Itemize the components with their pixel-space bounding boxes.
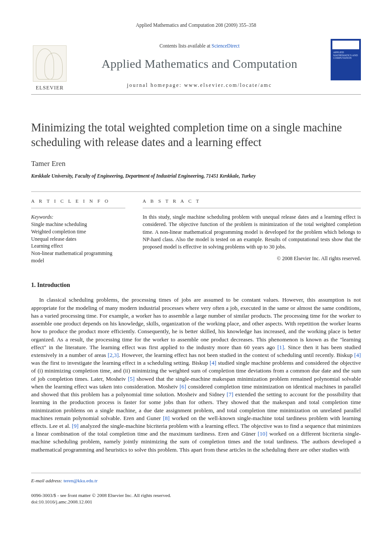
article-info-heading: A R T I C L E I N F O	[31, 198, 125, 208]
keyword-item: Single machine scheduling	[31, 221, 125, 228]
elsevier-tree-icon	[33, 45, 67, 82]
article-meta-row: A R T I C L E I N F O Keywords: Single m…	[31, 191, 361, 264]
keyword-item: Learning effect	[31, 242, 125, 250]
keyword-item: Weighted completion time	[31, 228, 125, 236]
keywords-label: Keywords:	[31, 213, 125, 221]
abstract-body: In this study, single machine scheduling…	[143, 213, 361, 251]
cover-thumb-text: APPLIED MATHEMATICS AND COMPUTATION	[333, 51, 358, 60]
citation-ref[interactable]: [10]	[258, 430, 267, 437]
keywords-list: Single machine scheduling Weighted compl…	[31, 221, 125, 264]
publisher-logo-column: ELSEVIER	[31, 37, 71, 94]
contents-available-line: Contents lists available at ScienceDirec…	[75, 42, 324, 49]
introduction-paragraph: In classical scheduling problems, the pr…	[31, 296, 361, 453]
journal-masthead: ELSEVIER Contents lists available at Sci…	[31, 37, 361, 95]
abstract-heading: A B S T R A C T	[143, 198, 361, 208]
journal-cover-thumbnail: APPLIED MATHEMATICS AND COMPUTATION	[331, 39, 361, 80]
journal-name: Applied Mathematics and Computation	[75, 55, 324, 72]
article-title: Minimizing the total weighted completion…	[31, 121, 361, 150]
citation-ref[interactable]: [6]	[179, 383, 186, 390]
author-email-link[interactable]: teren@kku.edu.tr	[64, 478, 98, 483]
contents-prefix: Contents lists available at	[159, 43, 212, 48]
email-label: E-mail address:	[31, 478, 62, 483]
article-info-column: A R T I C L E I N F O Keywords: Single m…	[31, 198, 125, 264]
article-footer: E-mail address: teren@kku.edu.tr	[31, 473, 361, 484]
author-name: Tamer Eren	[31, 159, 361, 169]
running-header: Applied Mathematics and Computation 208 …	[31, 22, 361, 29]
abstract-copyright: © 2008 Elsevier Inc. All rights reserved…	[143, 255, 361, 262]
sciencedirect-link[interactable]: ScienceDirect	[212, 43, 240, 48]
citation-ref[interactable]: [7]	[227, 391, 233, 398]
doi-line: doi:10.1016/j.amc.2008.12.001	[31, 499, 361, 506]
front-matter-block: 0096-3003/$ - see front matter © 2008 El…	[31, 492, 361, 506]
publisher-wordmark: ELSEVIER	[36, 84, 64, 92]
citation-ref[interactable]: [4]	[210, 360, 216, 366]
author-affiliation: Kırıkkale University, Faculty of Enginee…	[31, 172, 361, 179]
citation-ref[interactable]: [8]	[163, 415, 169, 421]
citation-ref[interactable]: [4]	[354, 352, 361, 358]
section-heading-introduction: 1. Introduction	[31, 281, 361, 290]
issn-line: 0096-3003/$ - see front matter © 2008 El…	[31, 492, 361, 499]
citation-ref[interactable]: [1]	[277, 344, 284, 350]
journal-cover-column: APPLIED MATHEMATICS AND COMPUTATION	[328, 37, 361, 94]
citation-ref[interactable]: [2,3]	[108, 352, 118, 358]
citation-ref[interactable]: [9]	[72, 423, 78, 429]
abstract-column: A B S T R A C T In this study, single ma…	[143, 198, 361, 264]
journal-homepage-line: journal homepage: www.elsevier.com/locat…	[75, 82, 324, 89]
keyword-item: Non-linear mathematical programming mode…	[31, 250, 125, 264]
citation-ref[interactable]: [5]	[128, 376, 134, 382]
keyword-item: Unequal release dates	[31, 236, 125, 243]
